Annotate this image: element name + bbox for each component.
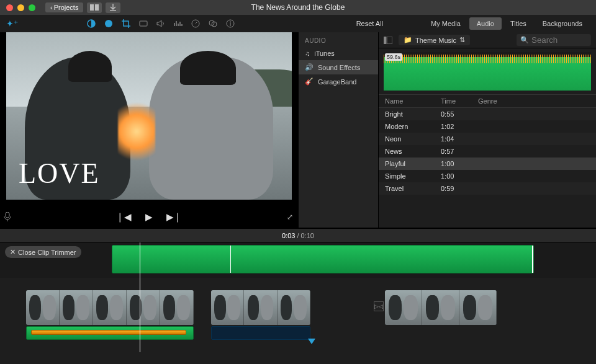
audio-clip-orange[interactable] [31,330,186,335]
track-name: Bright [385,110,441,118]
speed-icon[interactable] [191,19,200,28]
track-time: 1:04 [441,135,478,143]
svg-rect-1 [95,4,99,11]
back-label: Projects [54,4,79,11]
content-library-toggle-icon[interactable] [384,37,392,44]
table-row[interactable]: News0:57 [379,145,596,158]
reset-all-button[interactable]: Reset All [356,20,383,27]
media-tabbar: My Media Audio Titles Backgrounds [423,17,590,30]
track-time: 0:59 [441,185,478,192]
track-genre [478,172,590,180]
track-time: 0:55 [441,110,478,118]
time-current: 0:03 [282,232,295,239]
track-name: Modern [385,123,441,130]
table-row[interactable]: Travel0:59 [379,182,596,195]
track-time: 1:00 [441,160,478,167]
fullscreen-icon[interactable]: ⤢ [287,213,293,221]
col-name[interactable]: Name [385,97,441,105]
noise-reduction-icon[interactable] [174,19,183,28]
audio-sidebar: AUDIO ♫ iTunes 🔊 Sound Effects 🎸 GarageB… [298,32,379,228]
track-genre [478,148,590,155]
voiceover-mic-icon[interactable] [4,212,11,222]
enhance-wand-icon[interactable]: ✦⁺ [6,19,18,29]
table-row[interactable]: Neon1:04 [379,133,596,145]
sidebar-item-garageband[interactable]: 🎸 GarageBand [299,74,378,89]
library-layout-button[interactable] [87,2,102,13]
sidebar-item-label: iTunes [314,50,335,57]
window-close-button[interactable] [6,4,13,11]
track-name: News [385,148,441,155]
back-to-projects-button[interactable]: ‹ Projects [45,2,83,12]
next-button[interactable]: ▶❘ [166,211,182,223]
col-time[interactable]: Time [441,97,478,105]
table-row[interactable]: Playful1:00 [379,158,596,170]
transition-icon[interactable]: ▷◁ [374,301,384,311]
search-icon: 🔍 [520,36,529,44]
preview-frame[interactable]: LOVE [6,32,292,200]
svg-rect-11 [384,37,386,44]
tab-audio[interactable]: Audio [469,17,502,30]
video-clip[interactable] [211,290,310,325]
sidebar-item-sound-effects[interactable]: 🔊 Sound Effects [299,60,378,74]
track-genre [478,185,590,192]
audio-clip-dark[interactable] [211,326,310,340]
transport-controls: ❘◀ ▶ ▶❘ ⤢ [0,206,298,228]
track-name: Travel [385,185,441,192]
table-row[interactable]: Modern1:02 [379,120,596,133]
search-field[interactable]: 🔍 [517,34,591,46]
trimmer-waveform[interactable] [112,245,534,273]
dropdown-label: Theme Music [415,37,456,44]
browser-topbar: 📁 Theme Music ⇅ 🔍 [379,32,596,48]
close-clip-trimmer-button[interactable]: ✕ Close Clip Trimmer [5,246,81,258]
sidebar-item-itunes[interactable]: ♫ iTunes [299,47,378,60]
table-row[interactable]: Simple1:00 [379,170,596,182]
timeline-area: 0:03 / 0:10 ✕ Close Clip Trimmer [0,228,596,349]
video-clip[interactable] [385,290,497,325]
title-overlay-text: LOVE [19,157,100,190]
audio-sidebar-header: AUDIO [299,32,378,47]
audio-browser: 📁 Theme Music ⇅ 🔍 59.6s Name Time Genre … [379,32,596,228]
tab-backgrounds[interactable]: Backgrounds [535,17,590,30]
prev-button[interactable]: ❘◀ [116,211,132,223]
video-clip[interactable] [26,290,194,325]
marker-icon[interactable] [308,339,315,344]
speaker-icon: 🔊 [305,63,314,71]
color-wheel-icon[interactable] [104,19,113,28]
info-icon[interactable]: i [226,19,235,28]
col-genre[interactable]: Genre [478,97,590,105]
stabilization-icon[interactable] [139,19,148,28]
playhead-line[interactable] [140,242,140,278]
window-zoom-button[interactable] [29,4,35,11]
table-row[interactable]: Bright0:55 [379,108,596,120]
folder-icon: 📁 [404,36,412,44]
volume-icon[interactable] [156,19,165,28]
sidebar-item-label: Sound Effects [318,64,360,71]
preview-viewer: LOVE ❘◀ ▶ ▶❘ ⤢ [0,32,298,228]
svg-point-3 [105,20,112,27]
track-genre [478,110,590,118]
chevron-left-icon: ‹ [50,4,53,11]
clip-trimmer[interactable]: ✕ Close Clip Trimmer [0,242,596,278]
tab-titles[interactable]: Titles [503,17,534,30]
svg-rect-12 [387,37,392,44]
time-total: 0:10 [301,232,314,239]
dropdown-arrows-icon: ⇅ [459,36,465,44]
timeline[interactable]: ▷◁ [0,278,596,349]
preview-waveform[interactable]: 59.6s [384,52,591,91]
svg-text:i: i [230,20,231,27]
track-name: Neon [385,135,441,143]
sidebar-item-label: GarageBand [318,78,356,86]
track-time: 1:02 [441,123,478,130]
waveform-duration-badge: 59.6s [385,53,402,61]
search-input[interactable] [531,35,581,45]
crop-icon[interactable] [122,19,130,28]
tab-my-media[interactable]: My Media [423,17,468,30]
window-minimize-button[interactable] [17,4,24,11]
import-button[interactable] [106,2,120,13]
play-button[interactable]: ▶ [145,211,153,223]
category-dropdown[interactable]: 📁 Theme Music ⇅ [399,35,470,45]
track-genre [478,160,590,167]
filters-icon[interactable] [209,19,217,28]
color-balance-icon[interactable] [87,19,96,28]
timeline-playhead[interactable] [140,278,140,352]
